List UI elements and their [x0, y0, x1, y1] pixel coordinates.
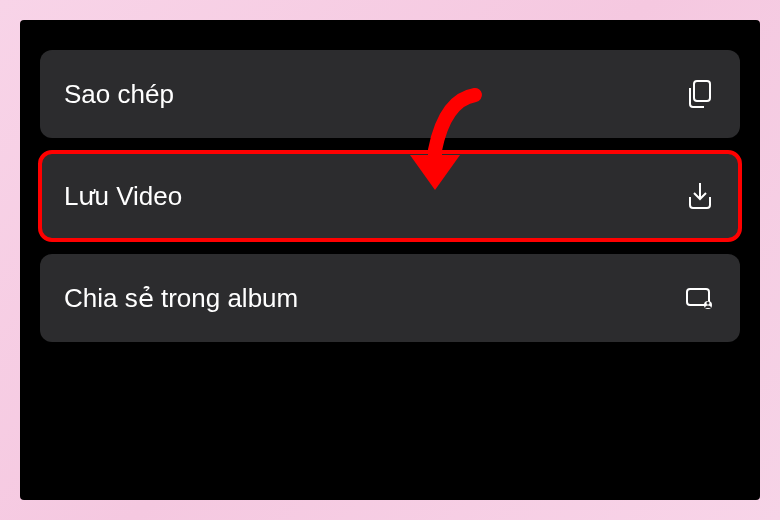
shared-album-icon [684, 282, 716, 314]
svg-rect-0 [694, 81, 710, 101]
svg-point-3 [707, 302, 710, 305]
annotation-arrow [390, 80, 500, 214]
menu-item-label: Lưu Video [64, 181, 182, 212]
menu-item-label: Chia sẻ trong album [64, 283, 298, 314]
phone-screen: Sao chép Lưu Video Chia sẻ trong album [20, 20, 760, 500]
menu-item-share-album[interactable]: Chia sẻ trong album [40, 254, 740, 342]
download-icon [684, 180, 716, 212]
copy-icon [684, 78, 716, 110]
menu-item-label: Sao chép [64, 79, 174, 110]
